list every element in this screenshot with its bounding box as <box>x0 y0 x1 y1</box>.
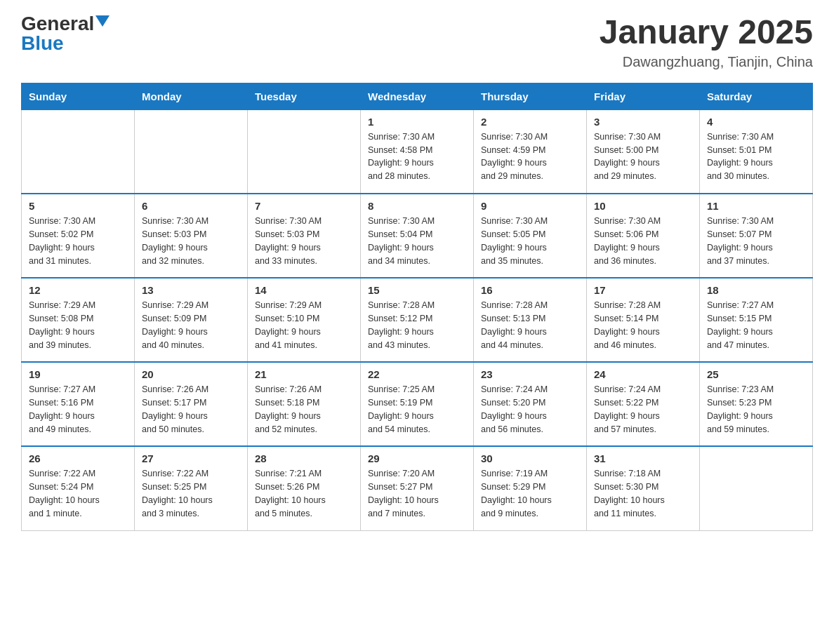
table-row: 31Sunrise: 7:18 AM Sunset: 5:30 PM Dayli… <box>587 446 700 530</box>
day-info: Sunrise: 7:30 AM Sunset: 5:07 PM Dayligh… <box>707 215 805 267</box>
day-info: Sunrise: 7:27 AM Sunset: 5:15 PM Dayligh… <box>707 299 805 351</box>
day-info: Sunrise: 7:19 AM Sunset: 5:29 PM Dayligh… <box>481 467 579 520</box>
day-number: 23 <box>481 368 579 380</box>
weekday-header-thursday: Thursday <box>474 83 587 109</box>
weekday-header-row: SundayMondayTuesdayWednesdayThursdayFrid… <box>22 83 813 109</box>
day-number: 7 <box>255 200 353 212</box>
day-number: 21 <box>255 368 353 380</box>
logo-triangle-icon <box>95 15 110 27</box>
day-info: Sunrise: 7:29 AM Sunset: 5:10 PM Dayligh… <box>255 299 353 351</box>
day-number: 15 <box>368 284 466 296</box>
table-row: 11Sunrise: 7:30 AM Sunset: 5:07 PM Dayli… <box>700 194 813 278</box>
day-number: 19 <box>29 368 127 380</box>
day-info: Sunrise: 7:18 AM Sunset: 5:30 PM Dayligh… <box>594 467 692 520</box>
weekday-header-wednesday: Wednesday <box>361 83 474 109</box>
day-number: 10 <box>594 200 692 212</box>
weekday-header-saturday: Saturday <box>700 83 813 109</box>
table-row: 30Sunrise: 7:19 AM Sunset: 5:29 PM Dayli… <box>474 446 587 530</box>
day-number: 28 <box>255 452 353 464</box>
table-row: 19Sunrise: 7:27 AM Sunset: 5:16 PM Dayli… <box>22 362 135 446</box>
table-row: 27Sunrise: 7:22 AM Sunset: 5:25 PM Dayli… <box>135 446 248 530</box>
day-number: 31 <box>594 452 692 464</box>
day-info: Sunrise: 7:30 AM Sunset: 5:03 PM Dayligh… <box>142 215 240 267</box>
day-info: Sunrise: 7:29 AM Sunset: 5:08 PM Dayligh… <box>29 299 127 351</box>
day-info: Sunrise: 7:30 AM Sunset: 5:02 PM Dayligh… <box>29 215 127 267</box>
day-number: 13 <box>142 284 240 296</box>
day-info: Sunrise: 7:24 AM Sunset: 5:22 PM Dayligh… <box>594 383 692 436</box>
table-row: 17Sunrise: 7:28 AM Sunset: 5:14 PM Dayli… <box>587 278 700 362</box>
day-number: 12 <box>29 284 127 296</box>
table-row: 12Sunrise: 7:29 AM Sunset: 5:08 PM Dayli… <box>22 278 135 362</box>
day-info: Sunrise: 7:30 AM Sunset: 5:05 PM Dayligh… <box>481 215 579 267</box>
weekday-header-tuesday: Tuesday <box>248 83 361 109</box>
day-info: Sunrise: 7:24 AM Sunset: 5:20 PM Dayligh… <box>481 383 579 436</box>
day-number: 1 <box>368 116 466 128</box>
day-number: 18 <box>707 284 805 296</box>
table-row: 20Sunrise: 7:26 AM Sunset: 5:17 PM Dayli… <box>135 362 248 446</box>
day-number: 24 <box>594 368 692 380</box>
day-info: Sunrise: 7:27 AM Sunset: 5:16 PM Dayligh… <box>29 383 127 436</box>
table-row: 29Sunrise: 7:20 AM Sunset: 5:27 PM Dayli… <box>361 446 474 530</box>
day-info: Sunrise: 7:30 AM Sunset: 5:06 PM Dayligh… <box>594 215 692 267</box>
day-number: 4 <box>707 116 805 128</box>
weekday-header-monday: Monday <box>135 83 248 109</box>
day-number: 8 <box>368 200 466 212</box>
table-row: 9Sunrise: 7:30 AM Sunset: 5:05 PM Daylig… <box>474 194 587 278</box>
week-row-5: 26Sunrise: 7:22 AM Sunset: 5:24 PM Dayli… <box>22 446 813 530</box>
table-row: 5Sunrise: 7:30 AM Sunset: 5:02 PM Daylig… <box>22 194 135 278</box>
day-number: 20 <box>142 368 240 380</box>
week-row-4: 19Sunrise: 7:27 AM Sunset: 5:16 PM Dayli… <box>22 362 813 446</box>
table-row: 18Sunrise: 7:27 AM Sunset: 5:15 PM Dayli… <box>700 278 813 362</box>
day-info: Sunrise: 7:30 AM Sunset: 4:59 PM Dayligh… <box>481 130 579 183</box>
table-row: 24Sunrise: 7:24 AM Sunset: 5:22 PM Dayli… <box>587 362 700 446</box>
day-info: Sunrise: 7:30 AM Sunset: 5:01 PM Dayligh… <box>707 130 805 183</box>
table-row: 15Sunrise: 7:28 AM Sunset: 5:12 PM Dayli… <box>361 278 474 362</box>
day-number: 5 <box>29 200 127 212</box>
day-number: 26 <box>29 452 127 464</box>
day-number: 6 <box>142 200 240 212</box>
day-info: Sunrise: 7:30 AM Sunset: 5:04 PM Dayligh… <box>368 215 466 267</box>
calendar-table: SundayMondayTuesdayWednesdayThursdayFrid… <box>21 83 813 531</box>
page-header: General Blue January 2025 Dawangzhuang, … <box>21 14 813 70</box>
table-row: 14Sunrise: 7:29 AM Sunset: 5:10 PM Dayli… <box>248 278 361 362</box>
weekday-header-friday: Friday <box>587 83 700 109</box>
weekday-header-sunday: Sunday <box>22 83 135 109</box>
day-number: 3 <box>594 116 692 128</box>
day-number: 2 <box>481 116 579 128</box>
week-row-1: 1Sunrise: 7:30 AM Sunset: 4:58 PM Daylig… <box>22 109 813 194</box>
day-info: Sunrise: 7:23 AM Sunset: 5:23 PM Dayligh… <box>707 383 805 436</box>
table-row <box>135 109 248 194</box>
day-info: Sunrise: 7:29 AM Sunset: 5:09 PM Dayligh… <box>142 299 240 351</box>
table-row <box>248 109 361 194</box>
table-row <box>700 446 813 530</box>
day-info: Sunrise: 7:30 AM Sunset: 5:00 PM Dayligh… <box>594 130 692 183</box>
day-info: Sunrise: 7:22 AM Sunset: 5:25 PM Dayligh… <box>142 467 240 520</box>
day-number: 30 <box>481 452 579 464</box>
day-info: Sunrise: 7:26 AM Sunset: 5:17 PM Dayligh… <box>142 383 240 436</box>
table-row <box>22 109 135 194</box>
table-row: 7Sunrise: 7:30 AM Sunset: 5:03 PM Daylig… <box>248 194 361 278</box>
table-row: 10Sunrise: 7:30 AM Sunset: 5:06 PM Dayli… <box>587 194 700 278</box>
table-row: 3Sunrise: 7:30 AM Sunset: 5:00 PM Daylig… <box>587 109 700 194</box>
day-number: 11 <box>707 200 805 212</box>
table-row: 23Sunrise: 7:24 AM Sunset: 5:20 PM Dayli… <box>474 362 587 446</box>
table-row: 28Sunrise: 7:21 AM Sunset: 5:26 PM Dayli… <box>248 446 361 530</box>
day-number: 25 <box>707 368 805 380</box>
table-row: 21Sunrise: 7:26 AM Sunset: 5:18 PM Dayli… <box>248 362 361 446</box>
day-number: 16 <box>481 284 579 296</box>
table-row: 8Sunrise: 7:30 AM Sunset: 5:04 PM Daylig… <box>361 194 474 278</box>
day-number: 22 <box>368 368 466 380</box>
day-info: Sunrise: 7:25 AM Sunset: 5:19 PM Dayligh… <box>368 383 466 436</box>
day-number: 9 <box>481 200 579 212</box>
day-number: 14 <box>255 284 353 296</box>
day-info: Sunrise: 7:30 AM Sunset: 5:03 PM Dayligh… <box>255 215 353 267</box>
day-info: Sunrise: 7:22 AM Sunset: 5:24 PM Dayligh… <box>29 467 127 520</box>
day-number: 27 <box>142 452 240 464</box>
table-row: 16Sunrise: 7:28 AM Sunset: 5:13 PM Dayli… <box>474 278 587 362</box>
title-block: January 2025 Dawangzhuang, Tianjin, Chin… <box>600 14 813 70</box>
calendar-subtitle: Dawangzhuang, Tianjin, China <box>600 54 813 70</box>
week-row-2: 5Sunrise: 7:30 AM Sunset: 5:02 PM Daylig… <box>22 194 813 278</box>
day-info: Sunrise: 7:28 AM Sunset: 5:12 PM Dayligh… <box>368 299 466 351</box>
day-number: 29 <box>368 452 466 464</box>
logo: General Blue <box>21 14 110 53</box>
